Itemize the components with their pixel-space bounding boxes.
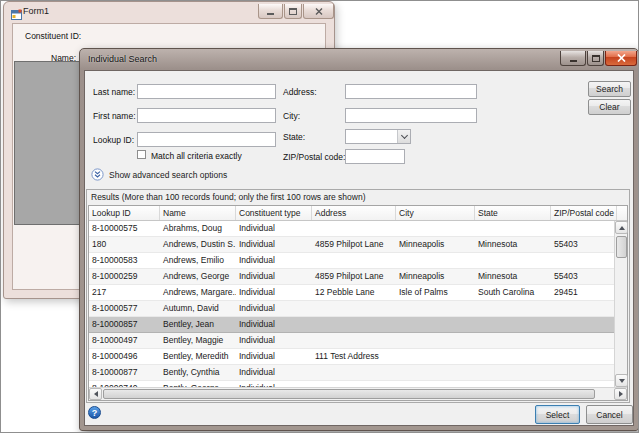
first-name-input[interactable]	[137, 108, 276, 123]
results-cell	[475, 365, 551, 380]
state-combobox[interactable]	[345, 129, 411, 144]
results-row[interactable]: 8-10000497Bentley, MaggieIndividual	[89, 333, 614, 349]
last-name-input[interactable]	[137, 84, 276, 99]
clear-button[interactable]: Clear	[588, 99, 631, 115]
results-row[interactable]: 8-10000857Bentley, JeanIndividual	[89, 317, 614, 333]
close-icon	[315, 8, 323, 15]
results-cell: Individual	[236, 269, 312, 284]
maximize-icon	[592, 55, 600, 62]
results-row[interactable]: 8-10000496Bentley, MeredithIndividual111…	[89, 349, 614, 365]
results-row[interactable]: 8-10000575Abrahms, DougIndividual	[89, 221, 614, 237]
results-row[interactable]: 8-10000259Andrews, GeorgeIndividual4859 …	[89, 269, 614, 285]
results-cell: Individual	[236, 285, 312, 300]
results-cell: Bently, Cynthia	[160, 365, 236, 380]
screenshot-frame: Form1 Constituent ID: Name: Individual S…	[0, 0, 639, 433]
zip-input[interactable]	[345, 149, 405, 164]
column-header-name[interactable]: Name	[160, 206, 236, 220]
results-cell	[551, 365, 614, 380]
results-cell	[551, 301, 614, 316]
results-caption: Results (More than 100 records found; on…	[91, 192, 366, 202]
column-header-lookup-id[interactable]: Lookup ID	[89, 206, 160, 220]
results-cell: Individual	[236, 221, 312, 236]
triangle-down-icon	[619, 379, 625, 383]
results-cell	[396, 349, 475, 364]
results-cell: Andrews, George	[160, 269, 236, 284]
results-cell	[475, 221, 551, 236]
dialog-maximize-button[interactable]	[587, 51, 604, 66]
form1-window-title: Form1	[23, 6, 49, 16]
results-row[interactable]: 8-10000583Andrews, EmilioIndividual	[89, 253, 614, 269]
form1-maximize-button[interactable]	[284, 4, 302, 19]
triangle-up-icon	[619, 226, 625, 230]
results-cell: South Carolina	[475, 285, 551, 300]
dialog-close-button[interactable]	[605, 51, 637, 66]
results-row[interactable]: 8-10000877Bently, CynthiaIndividual	[89, 365, 614, 381]
results-cell	[312, 221, 396, 236]
address-input[interactable]	[345, 84, 477, 99]
form1-titlebar[interactable]: Form1	[4, 2, 334, 23]
constituent-id-label: Constituent ID:	[25, 31, 81, 41]
triangle-left-icon	[94, 391, 98, 397]
combo-dropdown-button[interactable]	[397, 130, 410, 143]
results-cell	[551, 349, 614, 364]
column-header-constituent-type[interactable]: Constituent type	[236, 206, 312, 220]
results-cell: Individual	[236, 365, 312, 380]
show-advanced-options-label: Show advanced search options	[109, 170, 227, 180]
results-cell	[475, 333, 551, 348]
results-cell: Autumn, David	[160, 301, 236, 316]
results-cell: 180	[89, 237, 160, 252]
scroll-up-button[interactable]	[615, 221, 628, 234]
dialog-minimize-button[interactable]	[560, 51, 586, 66]
scroll-right-button[interactable]	[614, 388, 627, 400]
column-header-address[interactable]: Address	[312, 206, 396, 220]
scroll-left-button[interactable]	[89, 388, 102, 400]
dialog-title: Individual Search	[88, 54, 157, 64]
results-cell	[312, 317, 396, 332]
column-header-state[interactable]: State	[475, 206, 551, 220]
results-cell: 55403	[551, 269, 614, 284]
vertical-scrollbar[interactable]	[614, 221, 627, 387]
scroll-down-button[interactable]	[615, 374, 628, 387]
results-cell	[396, 221, 475, 236]
column-header-zip[interactable]: ZIP/Postal code	[551, 206, 617, 220]
triangle-right-icon	[619, 391, 623, 397]
results-cell: Individual	[236, 317, 312, 332]
results-cell: Andrews, Margare...	[160, 285, 236, 300]
results-cell: 55403	[551, 237, 614, 252]
results-row[interactable]: 8-10000577Autumn, DavidIndividual	[89, 301, 614, 317]
form1-close-button[interactable]	[303, 4, 334, 19]
city-input[interactable]	[345, 108, 477, 123]
search-button[interactable]: Search	[588, 81, 631, 97]
results-cell	[551, 317, 614, 332]
dialog-titlebar[interactable]: Individual Search	[80, 49, 638, 70]
results-cell: Bentley, Meredith	[160, 349, 236, 364]
results-cell: 29451	[551, 285, 614, 300]
results-row[interactable]: 217Andrews, Margare...Individual12 Pebbl…	[89, 285, 614, 301]
select-button[interactable]: Select	[535, 405, 580, 424]
horizontal-scrollbar-thumb[interactable]	[103, 389, 595, 399]
results-cell: Individual	[236, 253, 312, 268]
column-header-city[interactable]: City	[396, 206, 475, 220]
results-cell: 8-10000877	[89, 365, 160, 380]
results-cell: Minneapolis	[396, 237, 475, 252]
results-cell: 8-10000857	[89, 317, 160, 332]
results-cell: 8-10000583	[89, 253, 160, 268]
match-all-checkbox[interactable]	[137, 150, 146, 159]
results-cell: Individual	[236, 301, 312, 316]
double-chevron-down-icon	[91, 168, 104, 181]
state-label: State:	[283, 132, 305, 142]
results-row[interactable]: 180Andrews, Dustin S.Individual4859 Phil…	[89, 237, 614, 253]
horizontal-scrollbar[interactable]	[89, 387, 627, 400]
results-cell	[396, 365, 475, 380]
minimize-icon	[267, 13, 274, 15]
show-advanced-options-toggle[interactable]: Show advanced search options	[91, 168, 227, 181]
help-icon[interactable]: ?	[88, 406, 101, 419]
lookup-id-input[interactable]	[137, 132, 276, 147]
zip-label: ZIP/Postal code:	[283, 152, 345, 162]
form1-minimize-button[interactable]	[258, 4, 283, 19]
cancel-button[interactable]: Cancel	[586, 405, 633, 424]
vertical-scrollbar-thumb[interactable]	[616, 236, 627, 258]
results-cell	[396, 317, 475, 332]
results-grid-header: Lookup ID Name Constituent type Address …	[89, 206, 627, 221]
results-cell	[551, 253, 614, 268]
